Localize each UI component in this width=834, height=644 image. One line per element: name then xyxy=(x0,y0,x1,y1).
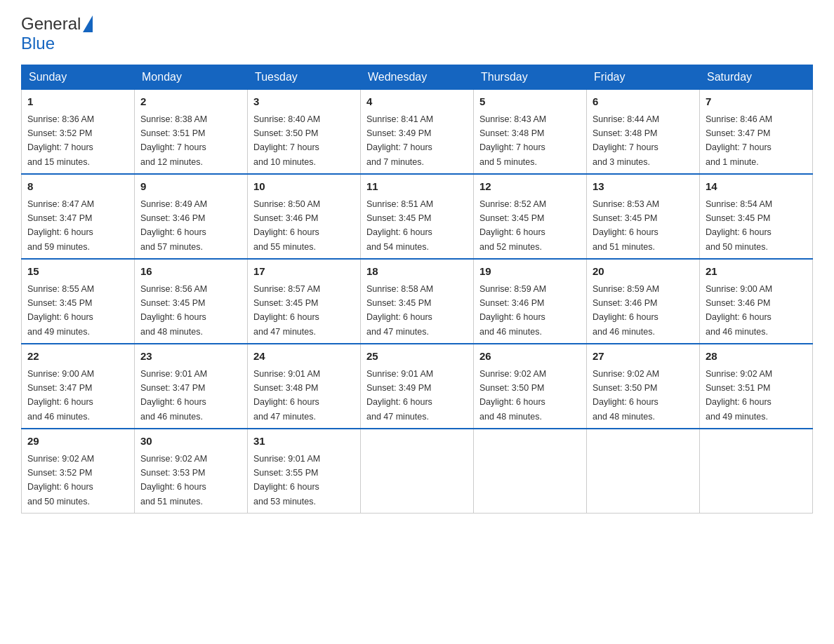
calendar-week-row: 22Sunrise: 9:00 AMSunset: 3:47 PMDayligh… xyxy=(22,344,813,429)
calendar-day-cell: 31Sunrise: 9:01 AMSunset: 3:55 PMDayligh… xyxy=(248,429,361,514)
day-info: Sunrise: 9:00 AMSunset: 3:47 PMDaylight:… xyxy=(27,369,94,422)
weekday-header-tuesday: Tuesday xyxy=(248,65,361,90)
day-number: 19 xyxy=(479,264,581,280)
calendar-day-cell: 20Sunrise: 8:59 AMSunset: 3:46 PMDayligh… xyxy=(587,259,700,344)
day-info: Sunrise: 9:02 AMSunset: 3:52 PMDaylight:… xyxy=(27,454,94,507)
day-number: 5 xyxy=(479,94,581,110)
day-info: Sunrise: 8:44 AMSunset: 3:48 PMDaylight:… xyxy=(593,114,659,167)
logo-general-text: General xyxy=(21,14,81,34)
calendar-day-cell: 22Sunrise: 9:00 AMSunset: 3:47 PMDayligh… xyxy=(22,344,135,429)
calendar-day-cell: 6Sunrise: 8:44 AMSunset: 3:48 PMDaylight… xyxy=(587,90,700,175)
weekday-header-sunday: Sunday xyxy=(22,65,135,90)
calendar-day-cell: 19Sunrise: 8:59 AMSunset: 3:46 PMDayligh… xyxy=(474,259,587,344)
day-number: 28 xyxy=(706,349,807,365)
day-number: 3 xyxy=(253,94,355,110)
calendar-day-cell: 9Sunrise: 8:49 AMSunset: 3:46 PMDaylight… xyxy=(135,174,248,259)
calendar-week-row: 15Sunrise: 8:55 AMSunset: 3:45 PMDayligh… xyxy=(22,259,813,344)
day-info: Sunrise: 8:59 AMSunset: 3:46 PMDaylight:… xyxy=(593,284,659,337)
calendar-day-cell: 25Sunrise: 9:01 AMSunset: 3:49 PMDayligh… xyxy=(361,344,474,429)
day-info: Sunrise: 8:51 AMSunset: 3:45 PMDaylight:… xyxy=(366,199,433,252)
day-info: Sunrise: 8:55 AMSunset: 3:45 PMDaylight:… xyxy=(27,284,94,337)
calendar-day-cell: 2Sunrise: 8:38 AMSunset: 3:51 PMDaylight… xyxy=(135,90,248,175)
day-number: 17 xyxy=(253,264,355,280)
day-number: 14 xyxy=(706,179,807,195)
day-info: Sunrise: 8:53 AMSunset: 3:45 PMDaylight:… xyxy=(593,199,659,252)
day-number: 11 xyxy=(366,179,468,195)
day-number: 22 xyxy=(27,349,128,365)
calendar-day-cell: 10Sunrise: 8:50 AMSunset: 3:46 PMDayligh… xyxy=(248,174,361,259)
calendar-week-row: 8Sunrise: 8:47 AMSunset: 3:47 PMDaylight… xyxy=(22,174,813,259)
day-info: Sunrise: 8:58 AMSunset: 3:45 PMDaylight:… xyxy=(366,284,433,337)
day-number: 20 xyxy=(593,264,694,280)
day-info: Sunrise: 8:52 AMSunset: 3:45 PMDaylight:… xyxy=(479,199,546,252)
day-number: 25 xyxy=(366,349,468,365)
calendar-day-cell: 21Sunrise: 9:00 AMSunset: 3:46 PMDayligh… xyxy=(700,259,813,344)
calendar-day-cell: 26Sunrise: 9:02 AMSunset: 3:50 PMDayligh… xyxy=(474,344,587,429)
calendar-day-cell xyxy=(474,429,587,514)
day-number: 29 xyxy=(27,434,128,450)
day-number: 7 xyxy=(706,94,807,110)
weekday-header-saturday: Saturday xyxy=(700,65,813,90)
calendar-day-cell: 1Sunrise: 8:36 AMSunset: 3:52 PMDaylight… xyxy=(22,90,135,175)
day-info: Sunrise: 9:00 AMSunset: 3:46 PMDaylight:… xyxy=(706,284,772,337)
day-info: Sunrise: 9:02 AMSunset: 3:50 PMDaylight:… xyxy=(593,369,659,422)
day-info: Sunrise: 8:49 AMSunset: 3:46 PMDaylight:… xyxy=(140,199,207,252)
day-number: 31 xyxy=(253,434,355,450)
calendar-day-cell: 30Sunrise: 9:02 AMSunset: 3:53 PMDayligh… xyxy=(135,429,248,514)
calendar-week-row: 29Sunrise: 9:02 AMSunset: 3:52 PMDayligh… xyxy=(22,429,813,514)
day-info: Sunrise: 9:02 AMSunset: 3:53 PMDaylight:… xyxy=(140,454,207,507)
logo-blue-text: Blue xyxy=(21,34,55,53)
calendar-day-cell: 18Sunrise: 8:58 AMSunset: 3:45 PMDayligh… xyxy=(361,259,474,344)
calendar-day-cell: 8Sunrise: 8:47 AMSunset: 3:47 PMDaylight… xyxy=(22,174,135,259)
day-info: Sunrise: 8:54 AMSunset: 3:45 PMDaylight:… xyxy=(706,199,772,252)
day-info: Sunrise: 8:57 AMSunset: 3:45 PMDaylight:… xyxy=(253,284,320,337)
day-number: 15 xyxy=(27,264,128,280)
day-number: 12 xyxy=(479,179,581,195)
day-info: Sunrise: 9:02 AMSunset: 3:50 PMDaylight:… xyxy=(479,369,546,422)
day-info: Sunrise: 8:41 AMSunset: 3:49 PMDaylight:… xyxy=(366,114,433,167)
day-number: 23 xyxy=(140,349,241,365)
calendar-day-cell: 3Sunrise: 8:40 AMSunset: 3:50 PMDaylight… xyxy=(248,90,361,175)
day-number: 8 xyxy=(27,179,128,195)
day-info: Sunrise: 8:43 AMSunset: 3:48 PMDaylight:… xyxy=(479,114,546,167)
calendar-day-cell: 5Sunrise: 8:43 AMSunset: 3:48 PMDaylight… xyxy=(474,90,587,175)
calendar-day-cell: 28Sunrise: 9:02 AMSunset: 3:51 PMDayligh… xyxy=(700,344,813,429)
weekday-header-friday: Friday xyxy=(587,65,700,90)
weekday-header-row: SundayMondayTuesdayWednesdayThursdayFrid… xyxy=(22,65,813,90)
day-info: Sunrise: 8:36 AMSunset: 3:52 PMDaylight:… xyxy=(27,114,94,167)
day-number: 24 xyxy=(253,349,355,365)
page-header: General Blue xyxy=(21,14,813,53)
calendar-day-cell: 13Sunrise: 8:53 AMSunset: 3:45 PMDayligh… xyxy=(587,174,700,259)
calendar-day-cell: 24Sunrise: 9:01 AMSunset: 3:48 PMDayligh… xyxy=(248,344,361,429)
calendar-day-cell: 11Sunrise: 8:51 AMSunset: 3:45 PMDayligh… xyxy=(361,174,474,259)
day-info: Sunrise: 8:38 AMSunset: 3:51 PMDaylight:… xyxy=(140,114,207,167)
day-number: 27 xyxy=(593,349,694,365)
day-number: 1 xyxy=(27,94,128,110)
day-info: Sunrise: 9:01 AMSunset: 3:48 PMDaylight:… xyxy=(253,369,320,422)
calendar-day-cell: 23Sunrise: 9:01 AMSunset: 3:47 PMDayligh… xyxy=(135,344,248,429)
day-number: 9 xyxy=(140,179,241,195)
calendar-day-cell: 17Sunrise: 8:57 AMSunset: 3:45 PMDayligh… xyxy=(248,259,361,344)
calendar-day-cell: 14Sunrise: 8:54 AMSunset: 3:45 PMDayligh… xyxy=(700,174,813,259)
calendar-day-cell xyxy=(587,429,700,514)
day-info: Sunrise: 9:01 AMSunset: 3:49 PMDaylight:… xyxy=(366,369,433,422)
day-info: Sunrise: 8:50 AMSunset: 3:46 PMDaylight:… xyxy=(253,199,320,252)
calendar-table: SundayMondayTuesdayWednesdayThursdayFrid… xyxy=(21,65,813,514)
weekday-header-wednesday: Wednesday xyxy=(361,65,474,90)
calendar-day-cell xyxy=(700,429,813,514)
calendar-day-cell xyxy=(361,429,474,514)
day-number: 4 xyxy=(366,94,468,110)
day-info: Sunrise: 9:01 AMSunset: 3:55 PMDaylight:… xyxy=(253,454,320,507)
day-number: 21 xyxy=(706,264,807,280)
day-info: Sunrise: 8:56 AMSunset: 3:45 PMDaylight:… xyxy=(140,284,207,337)
day-number: 13 xyxy=(593,179,694,195)
calendar-day-cell: 12Sunrise: 8:52 AMSunset: 3:45 PMDayligh… xyxy=(474,174,587,259)
calendar-day-cell: 4Sunrise: 8:41 AMSunset: 3:49 PMDaylight… xyxy=(361,90,474,175)
day-number: 6 xyxy=(593,94,694,110)
calendar-day-cell: 29Sunrise: 9:02 AMSunset: 3:52 PMDayligh… xyxy=(22,429,135,514)
day-info: Sunrise: 9:01 AMSunset: 3:47 PMDaylight:… xyxy=(140,369,207,422)
logo-triangle-icon xyxy=(83,15,93,32)
day-info: Sunrise: 8:46 AMSunset: 3:47 PMDaylight:… xyxy=(706,114,772,167)
day-number: 30 xyxy=(140,434,241,450)
day-number: 2 xyxy=(140,94,241,110)
